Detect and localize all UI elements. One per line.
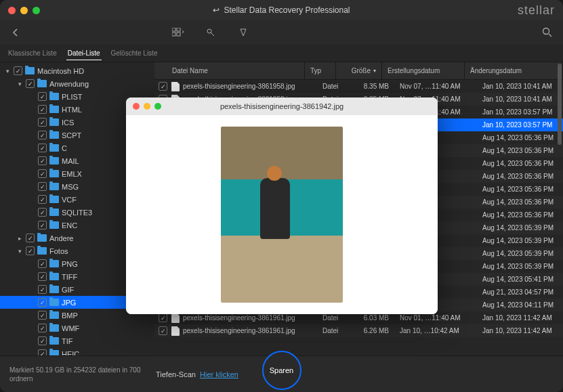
tree-label: MAIL: [62, 157, 79, 165]
tree-label: JPG: [62, 299, 76, 307]
disclosure-icon[interactable]: ▸: [16, 235, 23, 242]
folder-icon: [49, 286, 59, 293]
tree-label: Fotos: [49, 247, 68, 255]
minimize-button[interactable]: [20, 7, 28, 14]
col-modified[interactable]: Änderungsdatum: [465, 62, 563, 79]
folder-icon: [49, 350, 59, 355]
checkbox[interactable]: ✓: [38, 156, 47, 165]
col-type[interactable]: Typ: [305, 62, 336, 79]
maximize-button[interactable]: [33, 7, 40, 14]
file-modified: Aug 14, 2023 05:39 PM: [477, 224, 563, 232]
checkbox[interactable]: ✓: [26, 79, 35, 88]
svg-rect-2: [172, 32, 175, 36]
folder-icon: [49, 299, 59, 306]
checkbox[interactable]: ✓: [38, 349, 47, 355]
back-icon[interactable]: [9, 26, 22, 39]
file-icon: [171, 326, 180, 336]
file-modified: Aug 14, 2023 05:39 PM: [477, 250, 563, 257]
checkbox[interactable]: ✓: [38, 92, 47, 101]
file-type: Datei: [317, 83, 348, 90]
file-modified: Aug 14, 2023 05:36 PM: [477, 134, 563, 141]
scrollbar-thumb[interactable]: [558, 64, 562, 145]
folder-icon: [49, 118, 59, 126]
checkbox[interactable]: ✓: [26, 246, 35, 255]
file-checkbox[interactable]: ✓: [159, 313, 167, 322]
scrollbar[interactable]: [558, 64, 562, 321]
file-size: 6.26 MB: [348, 327, 394, 334]
checkbox[interactable]: ✓: [38, 324, 47, 332]
file-modified: Jan 10, 2023 03:57 PM: [477, 121, 563, 129]
file-modified: Jan 10, 2023 10:41 AM: [477, 83, 563, 90]
file-size: 8.35 MB: [348, 83, 394, 90]
tab-deleted-list[interactable]: Gelöschte Liste: [110, 47, 159, 60]
search-icon[interactable]: [541, 26, 554, 39]
checkbox[interactable]: ✓: [38, 259, 47, 268]
tree-label: MSG: [62, 183, 79, 191]
close-button[interactable]: [8, 7, 16, 14]
preview-close-button[interactable]: [133, 103, 140, 110]
col-created[interactable]: Erstellungsdatum: [382, 62, 465, 79]
checkbox[interactable]: ✓: [38, 221, 47, 230]
checkbox[interactable]: ✓: [14, 66, 22, 75]
tree-item[interactable]: ✓HEIC: [0, 347, 154, 355]
back-arrow-icon[interactable]: ↩: [213, 5, 220, 15]
checkbox[interactable]: ✓: [38, 131, 47, 139]
folder-icon: [49, 170, 59, 177]
file-row[interactable]: ✓pexels-thisisengineering-3861958.jpgDat…: [154, 80, 563, 93]
checkbox[interactable]: ✓: [26, 234, 35, 242]
checkbox[interactable]: ✓: [38, 144, 47, 152]
tree-label: C: [62, 144, 67, 152]
disclosure-icon[interactable]: ▾: [16, 81, 23, 87]
tab-classic-list[interactable]: Klassische Liste: [7, 47, 58, 60]
deep-scan-link[interactable]: Hier klicken: [200, 370, 238, 378]
file-checkbox[interactable]: ✓: [159, 82, 167, 91]
marker-icon[interactable]: [237, 26, 249, 39]
tree-item[interactable]: ✓TIF: [0, 334, 154, 347]
folder-icon: [49, 209, 59, 216]
file-modified: Aug 14, 2023 05:39 PM: [477, 237, 563, 244]
tree-item[interactable]: ▾✓Anwendung: [0, 77, 154, 90]
file-created: Nov 07, …11:40 AM: [394, 83, 477, 90]
checkbox[interactable]: ✓: [38, 285, 47, 294]
checkbox[interactable]: ✓: [38, 169, 47, 178]
preview-titlebar: pexels-thisisengineering-3861942.jpg: [126, 97, 438, 115]
folder-icon: [49, 157, 59, 165]
save-button[interactable]: Sparen: [262, 351, 301, 390]
sort-indicator-icon: ▾: [373, 68, 376, 74]
file-created: Nov 01, …11:40 AM: [394, 314, 477, 322]
tree-label: PLIST: [62, 93, 83, 101]
checkbox[interactable]: ✓: [38, 195, 47, 204]
checkbox[interactable]: ✓: [38, 298, 47, 307]
disclosure-icon[interactable]: ▾: [16, 248, 23, 255]
file-modified: Aug 14, 2023 05:36 PM: [477, 147, 563, 154]
checkbox[interactable]: ✓: [38, 208, 47, 217]
checkbox[interactable]: ✓: [38, 336, 47, 345]
col-size[interactable]: Größe▾: [336, 62, 382, 79]
checkbox[interactable]: ✓: [38, 182, 47, 191]
checkbox[interactable]: ✓: [38, 105, 47, 114]
tree-label: SCPT: [62, 131, 81, 139]
file-row[interactable]: ✓pexels-thisisengineering-3861961.jpgDat…: [154, 324, 563, 337]
folder-icon: [49, 311, 59, 319]
preview-maximize-button[interactable]: [154, 103, 161, 110]
preview-minimize-button[interactable]: [144, 103, 150, 110]
file-icon: [171, 82, 180, 91]
file-checkbox[interactable]: ✓: [159, 326, 167, 335]
tree-item[interactable]: ▾✓Macintosh HD: [0, 64, 154, 77]
tree-label: SQLITE3: [62, 209, 92, 217]
tree-label: TIFF: [62, 273, 77, 281]
checkbox[interactable]: ✓: [38, 272, 47, 281]
checkbox[interactable]: ✓: [38, 118, 47, 127]
folder-icon: [49, 337, 59, 345]
app-title: Stellar Data Recovery Professional: [224, 5, 350, 15]
col-name[interactable]: Datei Name: [154, 62, 305, 79]
tree-label: GIF: [62, 286, 74, 294]
preview-window[interactable]: pexels-thisisengineering-3861942.jpg: [126, 97, 438, 314]
tool-icon[interactable]: [205, 26, 217, 39]
checkbox[interactable]: ✓: [38, 311, 47, 320]
disclosure-icon[interactable]: ▾: [4, 68, 11, 74]
tree-item[interactable]: ✓WMF: [0, 322, 154, 334]
tab-file-list[interactable]: Datei-Liste: [66, 47, 102, 60]
folder-icon: [49, 106, 59, 113]
grid-view-icon[interactable]: [172, 26, 184, 39]
